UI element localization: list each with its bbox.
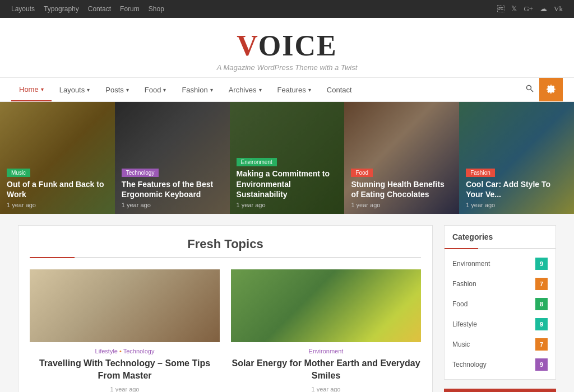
vk-icon[interactable]: Vk (554, 4, 563, 13)
twitter-icon[interactable]: 𝕏 (511, 4, 517, 13)
chevron-down-icon: ▾ (259, 87, 262, 93)
content-area: Fresh Topics Lifestyle • Technology Trav… (18, 225, 433, 392)
main-nav: Home ▾ Layouts ▾ Posts ▾ Food ▾ Fashion … (0, 77, 574, 102)
category-label-fashion: Fashion (452, 280, 476, 288)
hero-slide-4[interactable]: Food Stunning Health Benefits of Eating … (344, 102, 459, 214)
hero-slide-1[interactable]: Music Out of a Funk and Back to Work 1 y… (0, 102, 115, 214)
chevron-down-icon: ▾ (163, 87, 166, 93)
category-item-technology[interactable]: Technology 9 (445, 354, 556, 375)
slide-title-5: Cool Car: Add Style To Your Ve... (466, 179, 567, 199)
categories-widget: Categories Environment 9 Fashion 7 Food … (444, 225, 556, 380)
facebook-icon[interactable]:  (497, 4, 504, 13)
article-meta-2: Environment Solar Energy for Mother Eart… (231, 348, 421, 392)
article-time-2: 1 year ago (231, 386, 421, 392)
slide-tag-5: Fashion (466, 169, 495, 177)
chevron-down-icon: ▾ (87, 87, 90, 93)
article-cat-technology[interactable]: Technology (123, 348, 155, 354)
nav-contact[interactable]: Contact (319, 79, 360, 101)
category-label-lifestyle: Lifestyle (452, 320, 477, 328)
nav-items: Home ▾ Layouts ▾ Posts ▾ Food ▾ Fashion … (11, 78, 520, 101)
title-letter-v: V (237, 30, 258, 62)
category-label-food: Food (452, 300, 467, 308)
category-item-fashion[interactable]: Fashion 7 (445, 274, 556, 294)
site-title: VOICE (11, 29, 563, 62)
slide-tag-4: Food (351, 169, 373, 177)
chevron-down-icon: ▾ (126, 87, 129, 93)
category-count-technology: 9 (535, 358, 548, 371)
article-cats-2: Environment (231, 348, 421, 354)
slide-time-5: 1 year ago (466, 202, 567, 208)
slide-time-2: 1 year ago (122, 202, 223, 208)
nav-layouts[interactable]: Layouts ▾ (52, 79, 98, 101)
category-label-technology: Technology (452, 361, 487, 368)
topbar-nav: Layouts Typography Contact Forum Shop (11, 5, 164, 13)
hero-slide-5[interactable]: Fashion Cool Car: Add Style To Your Ve..… (459, 102, 574, 214)
hero-slide-3[interactable]: Environment Making a Commitment to Envir… (230, 102, 345, 214)
topbar-nav-forum[interactable]: Forum (120, 5, 140, 13)
category-count-fashion: 7 (535, 278, 548, 290)
chevron-down-icon: ▾ (41, 86, 44, 92)
article-image-1 (30, 269, 220, 342)
category-list: Environment 9 Fashion 7 Food 8 Lifestyle… (445, 249, 556, 379)
slide-time-3: 1 year ago (237, 202, 338, 208)
article-title-2[interactable]: Solar Energy for Mother Earth and Everyd… (231, 357, 421, 382)
category-item-music[interactable]: Music 7 (445, 334, 556, 354)
categories-widget-title: Categories (445, 226, 556, 249)
chevron-down-icon: ▾ (308, 87, 311, 93)
nav-posts[interactable]: Posts ▾ (98, 79, 137, 101)
category-count-music: 7 (535, 338, 548, 351)
articles-grid: Lifestyle • Technology Travelling With T… (30, 269, 421, 392)
topbar-nav-layouts[interactable]: Layouts (11, 5, 35, 13)
title-rest: OICE (258, 30, 337, 62)
fresh-topics-title: Fresh Topics (30, 237, 421, 258)
fresh-topics-widget: Fresh Topics Lifestyle • Technology Trav… (18, 225, 433, 392)
topbar-social:  𝕏 G+ ☁ Vk (497, 4, 563, 13)
nav-food[interactable]: Food ▾ (137, 79, 174, 101)
nav-home[interactable]: Home ▾ (11, 78, 52, 101)
category-count-environment: 9 (535, 258, 548, 270)
googleplus-icon[interactable]: G+ (524, 4, 533, 13)
slide-title-3: Making a Commitment to Environmental Sus… (237, 169, 338, 199)
instagram-icon[interactable]: ☁ (540, 4, 547, 13)
svg-line-1 (531, 90, 533, 92)
settings-icon[interactable] (539, 78, 563, 101)
category-item-lifestyle[interactable]: Lifestyle 9 (445, 314, 556, 334)
site-subtitle: A Magazine WordPress Theme with a Twist (11, 63, 563, 72)
voice-promo-widget: VOICE A WordPress theme with a twist 300… (444, 389, 556, 392)
article-meta-1: Lifestyle • Technology Travelling With T… (30, 348, 220, 392)
topbar-nav-contact[interactable]: Contact (88, 5, 111, 13)
site-header: VOICE A Magazine WordPress Theme with a … (0, 18, 574, 77)
main-content: Fresh Topics Lifestyle • Technology Trav… (7, 214, 567, 392)
category-count-food: 8 (535, 298, 548, 310)
article-time-1: 1 year ago (30, 386, 220, 392)
slide-tag-3: Environment (237, 158, 277, 166)
topbar: Layouts Typography Contact Forum Shop  … (0, 0, 574, 18)
slide-title-2: The Features of the Best Ergonomic Keybo… (122, 179, 223, 199)
nav-features[interactable]: Features ▾ (270, 79, 319, 101)
article-cat-lifestyle[interactable]: Lifestyle (95, 348, 118, 354)
hero-slide-2[interactable]: Technology The Features of the Best Ergo… (115, 102, 230, 214)
article-title-1[interactable]: Travelling With Technology – Some Tips F… (30, 357, 220, 382)
chevron-down-icon: ▾ (210, 87, 213, 93)
article-card-2: Environment Solar Energy for Mother Eart… (231, 269, 421, 392)
article-card-1: Lifestyle • Technology Travelling With T… (30, 269, 220, 392)
nav-archives[interactable]: Archives ▾ (221, 79, 270, 101)
category-item-environment[interactable]: Environment 9 (445, 254, 556, 274)
slide-tag-1: Music (7, 169, 30, 177)
nav-fashion[interactable]: Fashion ▾ (174, 79, 220, 101)
slide-title-1: Out of a Funk and Back to Work (7, 179, 108, 199)
search-icon[interactable] (520, 79, 539, 100)
hero-slider: Music Out of a Funk and Back to Work 1 y… (0, 102, 574, 214)
article-cats-1: Lifestyle • Technology (30, 348, 220, 354)
article-image-2 (231, 269, 421, 342)
slide-tag-2: Technology (122, 169, 159, 177)
article-cat-environment[interactable]: Environment (309, 348, 344, 354)
category-item-food[interactable]: Food 8 (445, 294, 556, 314)
topbar-nav-shop[interactable]: Shop (149, 5, 164, 13)
category-label-environment: Environment (452, 260, 490, 268)
category-count-lifestyle: 9 (535, 318, 548, 330)
topbar-nav-typography[interactable]: Typography (44, 5, 79, 13)
slide-title-4: Stunning Health Benefits of Eating Choco… (351, 179, 452, 199)
slide-time-1: 1 year ago (7, 202, 108, 208)
category-label-music: Music (452, 340, 470, 348)
